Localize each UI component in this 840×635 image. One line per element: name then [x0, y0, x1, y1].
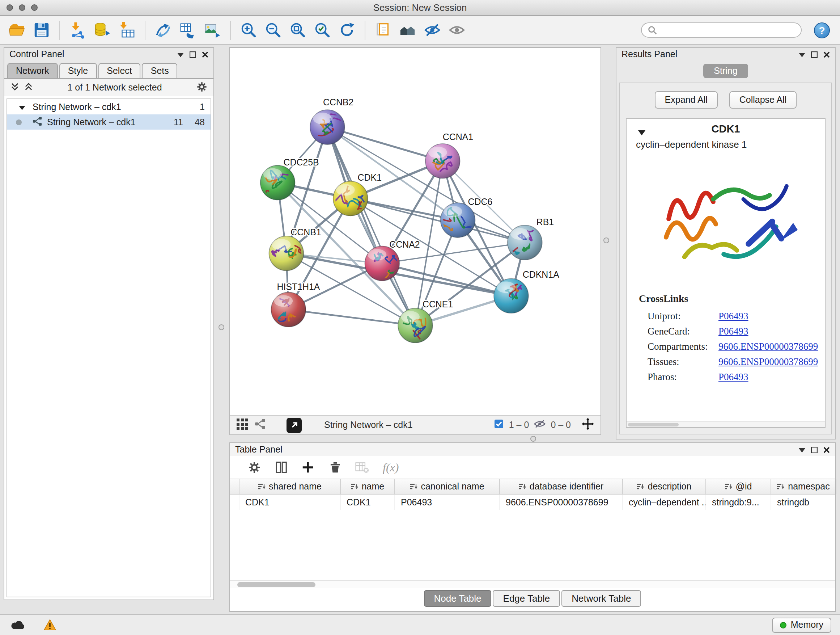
show-home-panels-button[interactable] [398, 20, 417, 40]
network-node-CCNE1[interactable] [398, 308, 433, 343]
splitter-handle[interactable] [603, 238, 609, 243]
tab-sets[interactable]: Sets [142, 63, 178, 78]
table-row[interactable]: CDK1 CDK1 P06493 9606.ENSP00000378699 cy… [230, 494, 835, 510]
move-crosshair-icon[interactable] [582, 418, 594, 432]
network-collection-row[interactable]: String Network – cdk1 1 [7, 99, 210, 114]
tab-edge-table[interactable]: Edge Table [493, 590, 561, 607]
table-horizontal-scrollbar[interactable] [230, 580, 835, 588]
network-node-CCNA1[interactable] [425, 144, 460, 179]
window-minimize-button[interactable] [19, 4, 25, 11]
show-columns-button[interactable] [274, 461, 288, 474]
network-node-RB1[interactable] [508, 224, 542, 264]
scrollbar-thumb[interactable] [237, 582, 316, 587]
birds-eye-view-icon[interactable] [237, 418, 248, 432]
panel-menu-icon[interactable] [799, 447, 805, 452]
card-scrollbar[interactable] [627, 421, 825, 427]
network-canvas[interactable]: CCNB2CCNA1CDC25BCDK1CDC6RB1CCNB1CCNA2CDK… [230, 48, 600, 415]
memory-button[interactable]: Memory [772, 617, 831, 632]
column-header[interactable]: description [623, 479, 706, 494]
tree-expand-icon[interactable] [19, 102, 25, 112]
expand-all-button[interactable]: Expand All [655, 91, 718, 109]
zoom-out-button[interactable] [264, 20, 283, 40]
delete-column-button[interactable] [328, 461, 341, 474]
open-session-button[interactable] [7, 20, 27, 40]
search-icon [647, 25, 657, 35]
sort-icon [637, 483, 644, 490]
network-node-CCNA2[interactable] [365, 246, 400, 282]
warning-status-button[interactable] [41, 617, 59, 633]
window-zoom-button[interactable] [31, 4, 38, 11]
save-session-button[interactable] [32, 20, 51, 40]
column-header[interactable]: @id [706, 479, 771, 494]
panel-close-icon[interactable] [823, 51, 830, 57]
hidden-eye-slash-icon[interactable] [534, 419, 546, 431]
search-input[interactable] [660, 24, 795, 36]
crosslink-link[interactable]: P06493 [718, 371, 748, 383]
zoom-selected-button[interactable] [313, 20, 332, 40]
new-network-button[interactable] [153, 20, 173, 40]
panel-float-icon[interactable] [811, 447, 818, 453]
open-session-file-button[interactable] [373, 20, 393, 40]
refresh-button[interactable] [337, 20, 357, 40]
import-table-from-file-button[interactable] [117, 20, 137, 40]
network-node-CCNB2[interactable] [310, 110, 345, 144]
selected-checkbox-icon[interactable] [494, 419, 504, 431]
export-image-button[interactable] [202, 20, 222, 40]
import-network-from-file-button[interactable] [68, 20, 88, 40]
cloud-status-button[interactable] [9, 617, 27, 633]
column-header[interactable]: canonical name [395, 479, 500, 494]
network-edge[interactable] [327, 127, 415, 325]
panel-menu-icon[interactable] [799, 52, 805, 57]
splitter-handle[interactable] [218, 325, 224, 330]
edge-count: 48 [183, 117, 205, 127]
zoom-fit-button[interactable] [288, 20, 308, 40]
search-box[interactable] [641, 22, 802, 38]
network-node-CDK1[interactable] [333, 181, 368, 216]
network-node-HIST1H1A[interactable] [271, 292, 306, 328]
column-header[interactable]: database identifier [500, 479, 623, 494]
panel-float-icon[interactable] [811, 51, 818, 57]
import-network-from-database-button[interactable] [93, 20, 112, 40]
hidden-counts: 0 – 0 [551, 420, 571, 430]
collapse-all-icon[interactable] [10, 82, 19, 93]
crosslink-link[interactable]: 9606.ENSP00000378699 [718, 340, 818, 352]
tab-network-table[interactable]: Network Table [561, 590, 641, 607]
network-node-CDKN1A[interactable] [494, 279, 529, 313]
options-gear-icon[interactable] [196, 81, 208, 95]
help-button[interactable]: ? [814, 22, 830, 38]
network-share-icon[interactable] [255, 418, 265, 432]
network-row[interactable]: String Network – cdk1 11 48 [7, 114, 210, 130]
network-edge[interactable] [288, 310, 415, 325]
tab-node-table[interactable]: Node Table [424, 590, 491, 607]
crosslink-link[interactable]: P06493 [718, 310, 748, 322]
zoom-in-button[interactable] [239, 20, 258, 40]
window-close-button[interactable] [6, 4, 13, 11]
collapse-all-button[interactable]: Collapse All [729, 91, 797, 109]
tab-style[interactable]: Style [59, 63, 97, 78]
panel-close-icon[interactable] [202, 51, 208, 57]
function-builder-button[interactable]: f(x) [383, 461, 399, 474]
panel-close-icon[interactable] [823, 447, 830, 453]
column-header[interactable]: shared name [240, 479, 341, 494]
add-column-button[interactable] [301, 461, 315, 474]
panel-float-icon[interactable] [189, 51, 196, 57]
hide-selected-button[interactable] [423, 20, 442, 40]
show-all-button[interactable] [447, 20, 467, 40]
tab-network[interactable]: Network [7, 63, 58, 78]
panel-menu-icon[interactable] [177, 52, 184, 57]
network-node-CDC25B[interactable] [258, 165, 295, 207]
string-results-tab[interactable]: String [703, 64, 748, 78]
network-edge[interactable] [327, 127, 443, 161]
crosslink-link[interactable]: 9606.ENSP00000378699 [718, 356, 818, 367]
collapse-card-icon[interactable] [638, 126, 645, 138]
tab-select[interactable]: Select [98, 63, 141, 78]
new-network-from-table-button[interactable] [178, 20, 197, 40]
table-settings-button[interactable] [248, 461, 261, 474]
column-header[interactable]: namespac [771, 479, 836, 494]
expand-all-icon[interactable] [24, 82, 33, 93]
splitter-handle[interactable] [531, 436, 536, 442]
column-header[interactable]: name [341, 479, 395, 494]
crosslink-link[interactable]: P06493 [718, 325, 748, 337]
status-bar: Memory [0, 614, 840, 635]
detach-view-button[interactable] [286, 417, 302, 432]
